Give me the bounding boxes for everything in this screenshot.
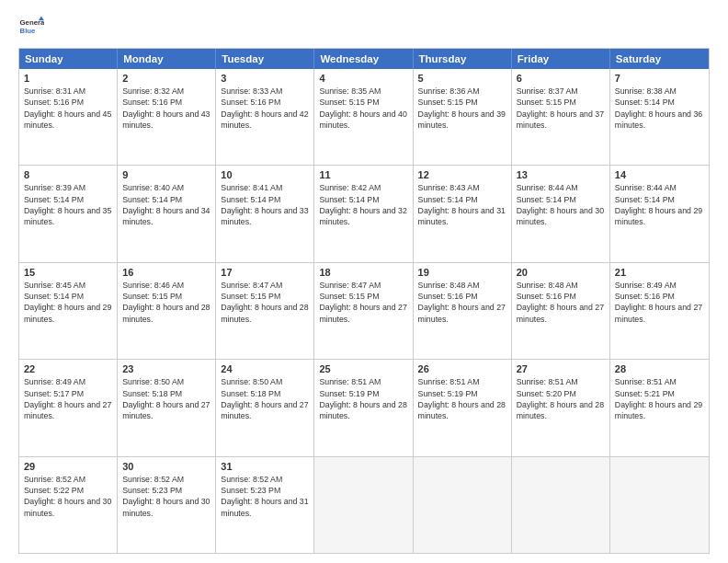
calendar-cell: 6Sunrise: 8:37 AMSunset: 5:15 PMDaylight… (512, 69, 610, 165)
day-number: 2 (122, 73, 210, 84)
calendar-cell: 14Sunrise: 8:44 AMSunset: 5:14 PMDayligh… (610, 166, 709, 261)
day-info: Sunrise: 8:52 AMSunset: 5:22 PMDaylight:… (24, 474, 112, 519)
day-info: Sunrise: 8:51 AMSunset: 5:21 PMDaylight:… (615, 376, 704, 421)
header-day-friday: Friday (512, 49, 610, 69)
calendar-cell: 25Sunrise: 8:51 AMSunset: 5:19 PMDayligh… (314, 360, 413, 455)
day-info: Sunrise: 8:46 AMSunset: 5:15 PMDaylight:… (122, 280, 210, 325)
day-info: Sunrise: 8:50 AMSunset: 5:18 PMDaylight:… (122, 376, 210, 421)
svg-text:Blue: Blue (20, 27, 37, 35)
calendar-cell: 30Sunrise: 8:52 AMSunset: 5:23 PMDayligh… (118, 457, 216, 553)
calendar: SundayMondayTuesdayWednesdayThursdayFrid… (18, 48, 710, 554)
day-number: 26 (418, 363, 506, 374)
calendar-cell: 15Sunrise: 8:45 AMSunset: 5:14 PMDayligh… (19, 263, 118, 359)
calendar-cell: 11Sunrise: 8:42 AMSunset: 5:14 PMDayligh… (314, 166, 413, 261)
calendar-cell: 9Sunrise: 8:40 AMSunset: 5:14 PMDaylight… (118, 166, 216, 261)
day-number: 16 (122, 267, 210, 278)
day-info: Sunrise: 8:50 AMSunset: 5:18 PMDaylight:… (221, 376, 309, 421)
day-number: 1 (24, 73, 112, 84)
calendar-cell: 12Sunrise: 8:43 AMSunset: 5:14 PMDayligh… (414, 166, 512, 261)
calendar-cell: 23Sunrise: 8:50 AMSunset: 5:18 PMDayligh… (118, 360, 216, 455)
day-info: Sunrise: 8:51 AMSunset: 5:20 PMDaylight:… (517, 376, 605, 421)
calendar-cell: 24Sunrise: 8:50 AMSunset: 5:18 PMDayligh… (216, 360, 314, 455)
day-info: Sunrise: 8:49 AMSunset: 5:16 PMDaylight:… (615, 280, 704, 325)
calendar-cell: 19Sunrise: 8:48 AMSunset: 5:16 PMDayligh… (414, 263, 512, 359)
day-info: Sunrise: 8:47 AMSunset: 5:15 PMDaylight:… (319, 280, 407, 325)
day-info: Sunrise: 8:39 AMSunset: 5:14 PMDaylight:… (24, 182, 112, 227)
day-info: Sunrise: 8:36 AMSunset: 5:15 PMDaylight:… (418, 86, 506, 131)
day-number: 3 (221, 73, 309, 84)
calendar-row-3: 8Sunrise: 8:39 AMSunset: 5:14 PMDaylight… (19, 165, 709, 261)
calendar-cell: 8Sunrise: 8:39 AMSunset: 5:14 PMDaylight… (19, 166, 118, 261)
day-number: 21 (615, 267, 704, 278)
calendar-cell: 10Sunrise: 8:41 AMSunset: 5:14 PMDayligh… (216, 166, 314, 261)
calendar-cell: 7Sunrise: 8:38 AMSunset: 5:14 PMDaylight… (610, 69, 709, 165)
calendar-body: 1Sunrise: 8:31 AMSunset: 5:16 PMDaylight… (19, 69, 709, 553)
day-number: 13 (517, 169, 605, 180)
day-number: 11 (319, 169, 407, 180)
day-number: 22 (24, 363, 112, 374)
day-number: 19 (418, 267, 506, 278)
day-number: 8 (24, 169, 112, 180)
day-number: 6 (517, 73, 605, 84)
header-day-sunday: Sunday (19, 49, 118, 69)
calendar-cell (414, 457, 512, 553)
calendar-row-5: 22Sunrise: 8:49 AMSunset: 5:17 PMDayligh… (19, 359, 709, 455)
day-number: 20 (517, 267, 605, 278)
calendar-cell: 28Sunrise: 8:51 AMSunset: 5:21 PMDayligh… (610, 360, 709, 455)
header-day-tuesday: Tuesday (216, 49, 314, 69)
day-number: 17 (221, 267, 309, 278)
day-info: Sunrise: 8:44 AMSunset: 5:14 PMDaylight:… (615, 182, 704, 227)
day-info: Sunrise: 8:52 AMSunset: 5:23 PMDaylight:… (221, 474, 309, 519)
day-info: Sunrise: 8:38 AMSunset: 5:14 PMDaylight:… (615, 86, 704, 131)
day-info: Sunrise: 8:47 AMSunset: 5:15 PMDaylight:… (221, 280, 309, 325)
day-number: 30 (122, 461, 210, 472)
day-info: Sunrise: 8:33 AMSunset: 5:16 PMDaylight:… (221, 86, 309, 131)
day-info: Sunrise: 8:48 AMSunset: 5:16 PMDaylight:… (418, 280, 506, 325)
calendar-cell: 2Sunrise: 8:32 AMSunset: 5:16 PMDaylight… (118, 69, 216, 165)
logo-icon: General Blue (18, 15, 44, 40)
day-info: Sunrise: 8:37 AMSunset: 5:15 PMDaylight:… (517, 86, 605, 131)
calendar-cell (610, 457, 709, 553)
calendar-cell: 21Sunrise: 8:49 AMSunset: 5:16 PMDayligh… (610, 263, 709, 359)
day-info: Sunrise: 8:44 AMSunset: 5:14 PMDaylight:… (517, 182, 605, 227)
calendar-row-6: 29Sunrise: 8:52 AMSunset: 5:22 PMDayligh… (19, 456, 709, 553)
day-number: 5 (418, 73, 506, 84)
header-day-wednesday: Wednesday (314, 49, 413, 69)
day-info: Sunrise: 8:45 AMSunset: 5:14 PMDaylight:… (24, 280, 112, 325)
calendar-cell: 29Sunrise: 8:52 AMSunset: 5:22 PMDayligh… (19, 457, 118, 553)
calendar-cell: 18Sunrise: 8:47 AMSunset: 5:15 PMDayligh… (314, 263, 413, 359)
day-info: Sunrise: 8:41 AMSunset: 5:14 PMDaylight:… (221, 182, 309, 227)
day-info: Sunrise: 8:32 AMSunset: 5:16 PMDaylight:… (122, 86, 210, 131)
day-number: 29 (24, 461, 112, 472)
calendar-cell: 5Sunrise: 8:36 AMSunset: 5:15 PMDaylight… (414, 69, 512, 165)
header-day-thursday: Thursday (414, 49, 512, 69)
day-number: 24 (221, 363, 309, 374)
day-info: Sunrise: 8:35 AMSunset: 5:15 PMDaylight:… (319, 86, 407, 131)
day-info: Sunrise: 8:43 AMSunset: 5:14 PMDaylight:… (418, 182, 506, 227)
day-number: 27 (517, 363, 605, 374)
day-number: 12 (418, 169, 506, 180)
day-number: 7 (615, 73, 704, 84)
day-number: 10 (221, 169, 309, 180)
day-number: 18 (319, 267, 407, 278)
day-number: 28 (615, 363, 704, 374)
calendar-cell: 3Sunrise: 8:33 AMSunset: 5:16 PMDaylight… (216, 69, 314, 165)
calendar-cell (512, 457, 610, 553)
page: General Blue SundayMondayTuesdayWednesda… (0, 0, 728, 563)
calendar-cell: 31Sunrise: 8:52 AMSunset: 5:23 PMDayligh… (216, 457, 314, 553)
calendar-cell: 26Sunrise: 8:51 AMSunset: 5:19 PMDayligh… (414, 360, 512, 455)
header-day-saturday: Saturday (610, 49, 709, 69)
day-info: Sunrise: 8:49 AMSunset: 5:17 PMDaylight:… (24, 376, 112, 421)
header: General Blue (18, 15, 710, 40)
day-info: Sunrise: 8:51 AMSunset: 5:19 PMDaylight:… (418, 376, 506, 421)
day-number: 31 (221, 461, 309, 472)
day-info: Sunrise: 8:42 AMSunset: 5:14 PMDaylight:… (319, 182, 407, 227)
day-info: Sunrise: 8:40 AMSunset: 5:14 PMDaylight:… (122, 182, 210, 227)
header-day-monday: Monday (118, 49, 216, 69)
day-info: Sunrise: 8:52 AMSunset: 5:23 PMDaylight:… (122, 474, 210, 519)
day-info: Sunrise: 8:48 AMSunset: 5:16 PMDaylight:… (517, 280, 605, 325)
calendar-cell: 27Sunrise: 8:51 AMSunset: 5:20 PMDayligh… (512, 360, 610, 455)
calendar-cell (314, 457, 413, 553)
calendar-row-4: 15Sunrise: 8:45 AMSunset: 5:14 PMDayligh… (19, 262, 709, 359)
day-number: 14 (615, 169, 704, 180)
